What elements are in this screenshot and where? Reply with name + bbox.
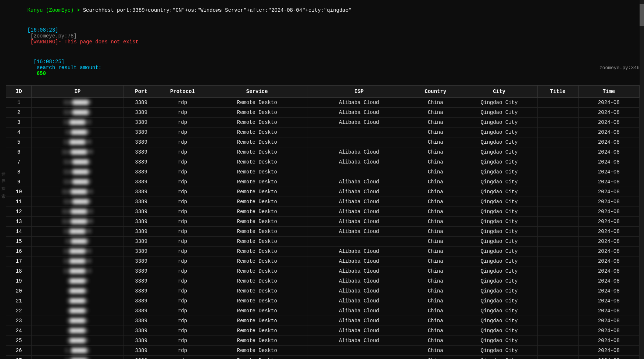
table-row[interactable]: 241█████13389rdpRemote DesktoAlibaba Clo…	[6, 326, 640, 336]
col-header-time: Time	[578, 86, 640, 98]
cell-4: Remote Deskto	[206, 157, 308, 167]
table-row[interactable]: 201█████13389rdpRemote DesktoAlibaba Clo…	[6, 286, 640, 296]
table-row[interactable]: 10114█████243389rdpRemote DesktoAlibaba …	[6, 187, 640, 197]
cell-7: Qingdao City	[461, 128, 537, 137]
cell-6: China	[410, 128, 461, 137]
cell-5	[308, 356, 410, 359]
cell-8	[537, 266, 578, 276]
cell-2: 3389	[124, 326, 159, 336]
cell-4: Remote Deskto	[206, 316, 308, 326]
cell-4: Remote Deskto	[206, 296, 308, 306]
cell-2: 3389	[124, 217, 159, 227]
cell-2: 3389	[124, 197, 159, 207]
table-row[interactable]: 191█████93389rdpRemote DesktoAlibaba Clo…	[6, 276, 640, 286]
cell-5: Alibaba Cloud	[308, 217, 410, 227]
table-row[interactable]: 251█████53389rdpRemote DesktoAlibaba Clo…	[6, 336, 640, 346]
cell-2: 3389	[124, 276, 159, 286]
scrollbar[interactable]	[640, 0, 644, 359]
cell-0: 15	[6, 237, 32, 247]
cell-7: Qingdao City	[461, 346, 537, 356]
table-row[interactable]: 261.█████13389rdpRemote DesktoChinaQingd…	[6, 346, 640, 356]
cell-2: 3389	[124, 356, 159, 359]
table-row[interactable]: 11114█████83389rdpRemote DesktoAlibaba C…	[6, 197, 640, 207]
table-row[interactable]: 1114█████63389rdpRemote DesktoAlibaba Cl…	[6, 98, 640, 108]
cell-4: Remote Deskto	[206, 336, 308, 346]
cell-5	[308, 167, 410, 177]
table-row[interactable]: 411█████33389rdpRemote DesktoChinaQingda…	[6, 128, 640, 137]
cell-4: Remote Deskto	[206, 187, 308, 197]
table-row[interactable]: 1611█████633389rdpRemote DesktoAlibaba C…	[6, 247, 640, 256]
results-table: ID IP Port Protocol Service ISP Country …	[6, 85, 640, 359]
table-row[interactable]: 231█████13389rdpRemote DesktoAlibaba Clo…	[6, 316, 640, 326]
scrollbar-thumb[interactable]	[640, 4, 644, 26]
cell-4: Remote Deskto	[206, 147, 308, 157]
cell-6: China	[410, 217, 461, 227]
table-row[interactable]: 9114█████23389rdpRemote DesktoAlibaba Cl…	[6, 177, 640, 187]
cell-2: 3389	[124, 286, 159, 296]
cell-7: Qingdao City	[461, 306, 537, 316]
cell-7: Qingdao City	[461, 217, 537, 227]
cell-7: Qingdao City	[461, 266, 537, 276]
cell-9: 2024-08	[578, 137, 640, 147]
cell-7: Qingdao City	[461, 187, 537, 197]
cell-1: 114█████39	[32, 147, 124, 157]
cell-6: China	[410, 346, 461, 356]
cell-8	[537, 286, 578, 296]
cell-0: 13	[6, 217, 32, 227]
cell-3: rdp	[159, 326, 206, 336]
table-row[interactable]: 6114█████393389rdpRemote DesktoAlibaba C…	[6, 147, 640, 157]
cell-9: 2024-08	[578, 326, 640, 336]
cell-4: Remote Deskto	[206, 108, 308, 118]
table-row[interactable]: 1511█████23389rdpRemote DesktoChinaQingd…	[6, 237, 640, 247]
cell-7: Qingdao City	[461, 356, 537, 359]
cell-3: rdp	[159, 157, 206, 167]
table-row[interactable]: 311█████223389rdpRemote DesktoAlibaba Cl…	[6, 118, 640, 128]
cell-5: Alibaba Cloud	[308, 247, 410, 256]
cell-5: Alibaba Cloud	[308, 98, 410, 108]
table-row[interactable]: 1411█████203389rdpRemote DesktoAlibaba C…	[6, 227, 640, 237]
cell-5	[308, 137, 410, 147]
cell-2: 3389	[124, 296, 159, 306]
cell-9: 2024-08	[578, 306, 640, 316]
cell-2: 3389	[124, 247, 159, 256]
cell-7: Qingdao City	[461, 177, 537, 187]
table-row[interactable]: 211█████13389rdpRemote DesktoAlibaba Clo…	[6, 296, 640, 306]
cell-6: China	[410, 157, 461, 167]
cell-1: 1.█████1	[32, 346, 124, 356]
cell-5: Alibaba Cloud	[308, 326, 410, 336]
cell-0: 1	[6, 98, 32, 108]
table-row[interactable]: 2114█████13389rdpRemote DesktoAlibaba Cl…	[6, 108, 640, 118]
cell-5: Alibaba Cloud	[308, 197, 410, 207]
col-header-country: Country	[410, 86, 461, 98]
cell-9: 2024-08	[578, 286, 640, 296]
table-row[interactable]: 221█████23389rdpRemote DesktoAlibaba Clo…	[6, 306, 640, 316]
table-row[interactable]: 511█████203389rdpRemote DesktoChinaQingd…	[6, 137, 640, 147]
cell-5: Alibaba Cloud	[308, 256, 410, 266]
cell-8	[537, 128, 578, 137]
cell-7: Qingdao City	[461, 118, 537, 128]
table-row[interactable]: 7114█████13389rdpRemote DesktoAlibaba Cl…	[6, 157, 640, 167]
cell-9: 2024-08	[578, 98, 640, 108]
col-header-port: Port	[124, 86, 159, 98]
cell-6: China	[410, 177, 461, 187]
table-row[interactable]: 12114█████233389rdpRemote DesktoAlibaba …	[6, 207, 640, 217]
cell-4: Remote Deskto	[206, 326, 308, 336]
cell-7: Qingdao City	[461, 336, 537, 346]
table-row[interactable]: 1711█████103389rdpRemote DesktoAlibaba C…	[6, 256, 640, 266]
table-row[interactable]: 1811█████133389rdpRemote DesktoAlibaba C…	[6, 266, 640, 276]
cell-1: 114█████69	[32, 217, 124, 227]
cell-2: 3389	[124, 137, 159, 147]
cell-7: Qingdao City	[461, 237, 537, 247]
command-line: Kunyu (ZoomEye) > SearchHost port:3389+c…	[6, 0, 640, 21]
cell-3: rdp	[159, 227, 206, 237]
cell-6: China	[410, 137, 461, 147]
cell-9: 2024-08	[578, 227, 640, 237]
cell-1: 11█████3	[32, 128, 124, 137]
cell-0: 22	[6, 306, 32, 316]
table-row[interactable]: 13114█████693389rdpRemote DesktoAlibaba …	[6, 217, 640, 227]
table-row[interactable]: 2711█████33389rdpRemote DesktoChinaQingd…	[6, 356, 640, 359]
table-row[interactable]: 8114█████43389rdpRemote DesktoChinaQingd…	[6, 167, 640, 177]
cell-1: 11█████3	[32, 356, 124, 359]
cell-6: China	[410, 167, 461, 177]
cell-7: Qingdao City	[461, 147, 537, 157]
